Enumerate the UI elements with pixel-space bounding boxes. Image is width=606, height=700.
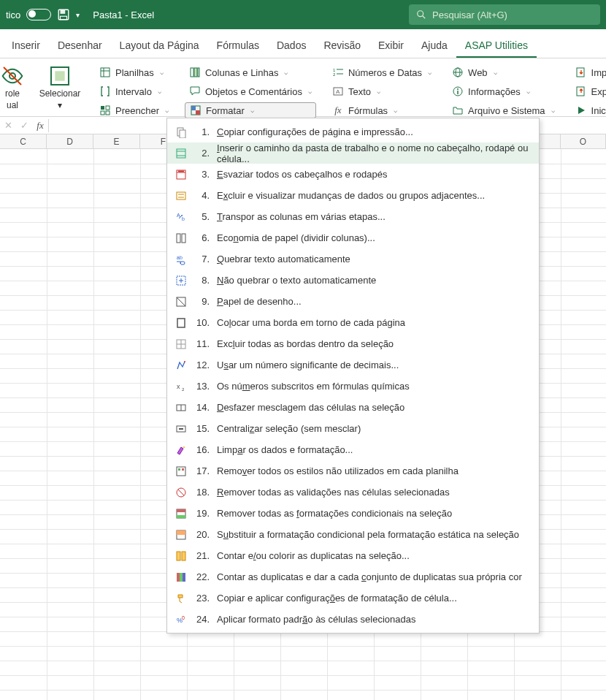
menu-item-13[interactable]: x213.Os números subscritos em fórmulas q… [167,376,539,397]
tab-revisao[interactable]: Revisão [315,34,369,58]
accept-formula-icon[interactable]: ✓ [16,118,32,134]
menu-item-4[interactable]: 4.Excluir e visualizar mudanças de dados… [167,185,539,206]
svg-point-3 [418,11,423,17]
format-icon [190,104,202,116]
menu-item-3[interactable]: 3.Esvaziar todos os cabeçalhos e rodapés [167,164,539,185]
menu-item-2[interactable]: 2.Inserir o caminho da pasta de trabalho… [167,142,539,164]
clear-borders-icon [174,338,188,351]
menu-item-9[interactable]: 9.Papel de desenho... [167,291,539,312]
qat: tico ▾ [6,8,80,21]
tab-formulas[interactable]: Fórmulas [208,34,268,58]
save-icon[interactable] [57,8,70,21]
col-e[interactable]: E [93,134,140,148]
insert-path-icon [174,147,188,160]
menu-item-17[interactable]: 17.Remover todos os estilos não utilizad… [167,460,539,482]
ribbon-tabs: Inserir Desenhar Layout da Página Fórmul… [0,29,606,58]
menu-item-number: 16. [195,444,210,455]
menu-item-label: Economia de papel (dividir colunas)... [217,232,530,243]
preencher-button[interactable]: Preencher⌵ [95,102,173,118]
formatar-button[interactable]: Formatar⌵ [185,102,316,118]
intervalo-button[interactable]: Intervalo⌵ [95,83,173,99]
arquivo-sistema-button[interactable]: Arquivo e Sistema⌵ [448,102,559,118]
menu-item-7[interactable]: ab7.Quebrar texto automaticamente [167,248,539,270]
menu-item-11[interactable]: 11.Excluir todas as bordas dentro da sel… [167,333,539,354]
menu-item-label: Esvaziar todos os cabeçalhos e rodapés [217,169,530,180]
export-icon [575,85,587,97]
subscript-icon: x2 [174,380,188,393]
menu-item-15[interactable]: 15.Centralizar seleção (sem mesclar) [167,418,539,439]
menu-item-5[interactable]: Ab5.Transpor as colunas em várias etapas… [167,206,539,227]
tab-ajuda[interactable]: Ajuda [413,34,456,58]
center-icon [174,422,188,435]
cond-icon [174,507,188,520]
menu-item-16[interactable]: 16.Limpar os dados e formatação... [167,439,539,460]
controle-visual-button[interactable]: role ual [0,63,25,111]
informacoes-button[interactable]: Informações⌵ [448,83,559,99]
qat-customize-caret[interactable]: ▾ [76,11,80,19]
svg-rect-89 [177,509,185,512]
menu-item-label: Excluir e visualizar mudanças de dados o… [217,190,530,201]
ribbon-group-io: Importar⌵ Exportar⌵ Iniciar⌵ [571,63,606,118]
numeros-datas-button[interactable]: 12Números e Datas⌵ [328,64,436,80]
colunas-linhas-button[interactable]: Colunas e Linhas⌵ [185,64,316,80]
chevron-down-icon: ⌵ [494,69,497,76]
fx-icon[interactable]: fx [32,118,48,134]
objetos-comentarios-button[interactable]: Objetos e Comentários⌵ [185,83,316,99]
col-d[interactable]: D [47,134,93,148]
cancel-formula-icon[interactable]: ✕ [0,118,16,134]
menu-item-23[interactable]: 23.Copiar e aplicar configurações de for… [167,587,539,609]
menu-item-6[interactable]: 6.Economia de papel (dividir colunas)... [167,227,539,248]
globe-icon [452,66,464,78]
menu-item-14[interactable]: 14.Desfazer mesclagem das células na sel… [167,397,539,418]
web-button[interactable]: Web⌵ [448,64,559,80]
menu-item-8[interactable]: 8.Não quebrar o texto automaticamente [167,270,539,291]
svg-rect-15 [106,111,110,115]
iniciar-button[interactable]: Iniciar⌵ [571,102,606,118]
menu-item-21[interactable]: 21.Contar e/ou colorir as duplicatas na … [167,545,539,566]
menu-item-1[interactable]: 1.Copiar configurações de página e impre… [167,121,539,142]
copy-fmt-icon [174,592,188,605]
menu-item-12[interactable]: 12.Usar um número significante de decima… [167,354,539,376]
clean-icon [174,444,188,457]
menu-item-22[interactable]: 22.Contar as duplicatas e dar a cada con… [167,566,539,587]
draw-icon [174,295,188,308]
menu-item-24[interactable]: %024.Aplicar formato padrão às células s… [167,609,539,630]
tab-dados[interactable]: Dados [268,34,315,58]
menu-item-label: Desfazer mesclagem das células na seleçã… [217,402,530,413]
menu-item-20[interactable]: 20.Substituir a formatação condicional p… [167,524,539,545]
svg-rect-20 [191,106,196,110]
menu-item-10[interactable]: 10.Colocar uma borda em torno de cada pá… [167,312,539,333]
chevron-down-icon: ⌵ [377,88,380,95]
tab-asap-utilities[interactable]: ASAP Utilities [456,34,537,58]
tab-desenhar[interactable]: Desenhar [49,34,111,58]
planilhas-button[interactable]: Planilhas⌵ [95,64,173,80]
menu-item-19[interactable]: 19.Remover todas as formatações condicio… [167,503,539,524]
menu-item-label: Remover todas as validações nas células … [217,487,530,498]
importar-button[interactable]: Importar⌵ [571,64,606,80]
svg-text:A: A [336,88,340,95]
svg-text:x: x [177,383,180,390]
menu-item-label: Os números subscritos em fórmulas químic… [217,381,530,392]
menu-item-18[interactable]: 18.Remover todas as validações nas célul… [167,482,539,503]
folder-icon [452,104,464,116]
svg-rect-90 [177,515,185,518]
col-c[interactable]: C [0,134,47,148]
tab-inserir[interactable]: Inserir [3,34,49,58]
col-o[interactable]: O [561,134,606,148]
brackets-icon [99,85,111,97]
svg-rect-85 [182,468,184,471]
texto-button[interactable]: ATexto⌵ [328,83,436,99]
menu-item-label: Copiar configurações de página e impress… [217,126,530,137]
chevron-down-icon: ⌵ [250,107,254,114]
autosave-toggle[interactable] [26,9,51,20]
formulas-button[interactable]: fxFórmulas⌵ [328,102,436,118]
chevron-down-icon: ⌵ [551,107,555,114]
menu-item-label: Colocar uma borda em torno de cada págin… [217,317,530,328]
tab-exibir[interactable]: Exibir [369,34,413,58]
tab-layout[interactable]: Layout da Página [111,34,208,58]
exportar-button[interactable]: Exportar⌵ [571,83,606,99]
selecionar-button[interactable]: Selecionar ▾ [37,63,83,111]
search-box[interactable]: Pesquisar (Alt+G) [409,4,600,25]
unwrap-icon [174,274,188,287]
menu-item-label: Copiar e aplicar configurações de format… [217,593,530,604]
